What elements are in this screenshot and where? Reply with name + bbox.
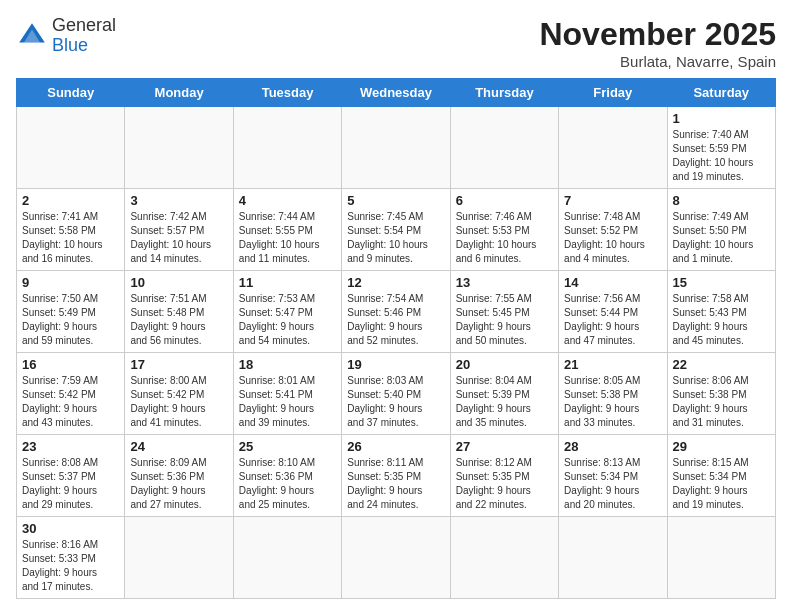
day-info: Sunrise: 7:40 AM Sunset: 5:59 PM Dayligh… <box>673 128 770 184</box>
day-info: Sunrise: 8:15 AM Sunset: 5:34 PM Dayligh… <box>673 456 770 512</box>
calendar-cell: 27Sunrise: 8:12 AM Sunset: 5:35 PM Dayli… <box>450 435 558 517</box>
calendar-cell: 20Sunrise: 8:04 AM Sunset: 5:39 PM Dayli… <box>450 353 558 435</box>
day-number: 17 <box>130 357 227 372</box>
calendar-cell <box>233 517 341 599</box>
day-number: 12 <box>347 275 444 290</box>
day-number: 13 <box>456 275 553 290</box>
day-info: Sunrise: 7:54 AM Sunset: 5:46 PM Dayligh… <box>347 292 444 348</box>
day-info: Sunrise: 8:16 AM Sunset: 5:33 PM Dayligh… <box>22 538 119 594</box>
calendar-cell <box>233 107 341 189</box>
calendar-cell: 14Sunrise: 7:56 AM Sunset: 5:44 PM Dayli… <box>559 271 667 353</box>
day-info: Sunrise: 7:45 AM Sunset: 5:54 PM Dayligh… <box>347 210 444 266</box>
day-info: Sunrise: 7:56 AM Sunset: 5:44 PM Dayligh… <box>564 292 661 348</box>
calendar-cell <box>125 517 233 599</box>
calendar-cell: 29Sunrise: 8:15 AM Sunset: 5:34 PM Dayli… <box>667 435 775 517</box>
day-info: Sunrise: 8:05 AM Sunset: 5:38 PM Dayligh… <box>564 374 661 430</box>
day-info: Sunrise: 8:12 AM Sunset: 5:35 PM Dayligh… <box>456 456 553 512</box>
day-info: Sunrise: 8:01 AM Sunset: 5:41 PM Dayligh… <box>239 374 336 430</box>
day-info: Sunrise: 7:42 AM Sunset: 5:57 PM Dayligh… <box>130 210 227 266</box>
weekday-header-monday: Monday <box>125 79 233 107</box>
calendar-cell <box>559 107 667 189</box>
calendar-cell <box>342 107 450 189</box>
day-number: 20 <box>456 357 553 372</box>
day-number: 26 <box>347 439 444 454</box>
calendar-cell <box>17 107 125 189</box>
calendar-header: SundayMondayTuesdayWednesdayThursdayFrid… <box>17 79 776 107</box>
day-info: Sunrise: 8:04 AM Sunset: 5:39 PM Dayligh… <box>456 374 553 430</box>
day-number: 3 <box>130 193 227 208</box>
day-info: Sunrise: 8:00 AM Sunset: 5:42 PM Dayligh… <box>130 374 227 430</box>
weekday-header-tuesday: Tuesday <box>233 79 341 107</box>
day-number: 27 <box>456 439 553 454</box>
day-info: Sunrise: 7:41 AM Sunset: 5:58 PM Dayligh… <box>22 210 119 266</box>
calendar-cell: 24Sunrise: 8:09 AM Sunset: 5:36 PM Dayli… <box>125 435 233 517</box>
weekday-header-sunday: Sunday <box>17 79 125 107</box>
calendar-week-2: 9Sunrise: 7:50 AM Sunset: 5:49 PM Daylig… <box>17 271 776 353</box>
day-info: Sunrise: 7:50 AM Sunset: 5:49 PM Dayligh… <box>22 292 119 348</box>
calendar-cell: 22Sunrise: 8:06 AM Sunset: 5:38 PM Dayli… <box>667 353 775 435</box>
day-info: Sunrise: 7:51 AM Sunset: 5:48 PM Dayligh… <box>130 292 227 348</box>
day-number: 25 <box>239 439 336 454</box>
calendar-cell: 2Sunrise: 7:41 AM Sunset: 5:58 PM Daylig… <box>17 189 125 271</box>
day-number: 9 <box>22 275 119 290</box>
calendar-week-3: 16Sunrise: 7:59 AM Sunset: 5:42 PM Dayli… <box>17 353 776 435</box>
calendar-cell: 30Sunrise: 8:16 AM Sunset: 5:33 PM Dayli… <box>17 517 125 599</box>
day-info: Sunrise: 7:44 AM Sunset: 5:55 PM Dayligh… <box>239 210 336 266</box>
calendar-cell: 8Sunrise: 7:49 AM Sunset: 5:50 PM Daylig… <box>667 189 775 271</box>
calendar-cell <box>125 107 233 189</box>
day-info: Sunrise: 8:03 AM Sunset: 5:40 PM Dayligh… <box>347 374 444 430</box>
day-info: Sunrise: 7:58 AM Sunset: 5:43 PM Dayligh… <box>673 292 770 348</box>
day-info: Sunrise: 7:48 AM Sunset: 5:52 PM Dayligh… <box>564 210 661 266</box>
day-number: 5 <box>347 193 444 208</box>
calendar-body: 1Sunrise: 7:40 AM Sunset: 5:59 PM Daylig… <box>17 107 776 599</box>
day-info: Sunrise: 7:53 AM Sunset: 5:47 PM Dayligh… <box>239 292 336 348</box>
calendar-week-0: 1Sunrise: 7:40 AM Sunset: 5:59 PM Daylig… <box>17 107 776 189</box>
day-number: 24 <box>130 439 227 454</box>
day-number: 19 <box>347 357 444 372</box>
calendar-cell: 11Sunrise: 7:53 AM Sunset: 5:47 PM Dayli… <box>233 271 341 353</box>
day-info: Sunrise: 7:55 AM Sunset: 5:45 PM Dayligh… <box>456 292 553 348</box>
weekday-header-friday: Friday <box>559 79 667 107</box>
calendar: SundayMondayTuesdayWednesdayThursdayFrid… <box>16 78 776 599</box>
calendar-cell: 28Sunrise: 8:13 AM Sunset: 5:34 PM Dayli… <box>559 435 667 517</box>
day-number: 10 <box>130 275 227 290</box>
calendar-week-1: 2Sunrise: 7:41 AM Sunset: 5:58 PM Daylig… <box>17 189 776 271</box>
day-info: Sunrise: 8:11 AM Sunset: 5:35 PM Dayligh… <box>347 456 444 512</box>
day-info: Sunrise: 8:10 AM Sunset: 5:36 PM Dayligh… <box>239 456 336 512</box>
calendar-cell: 5Sunrise: 7:45 AM Sunset: 5:54 PM Daylig… <box>342 189 450 271</box>
page-header: General Blue November 2025 Burlata, Nava… <box>16 16 776 70</box>
title-block: November 2025 Burlata, Navarre, Spain <box>539 16 776 70</box>
location: Burlata, Navarre, Spain <box>539 53 776 70</box>
calendar-cell: 4Sunrise: 7:44 AM Sunset: 5:55 PM Daylig… <box>233 189 341 271</box>
calendar-cell: 16Sunrise: 7:59 AM Sunset: 5:42 PM Dayli… <box>17 353 125 435</box>
day-number: 29 <box>673 439 770 454</box>
calendar-cell: 9Sunrise: 7:50 AM Sunset: 5:49 PM Daylig… <box>17 271 125 353</box>
month-title: November 2025 <box>539 16 776 53</box>
calendar-cell <box>450 107 558 189</box>
day-info: Sunrise: 8:13 AM Sunset: 5:34 PM Dayligh… <box>564 456 661 512</box>
calendar-cell <box>559 517 667 599</box>
day-info: Sunrise: 8:06 AM Sunset: 5:38 PM Dayligh… <box>673 374 770 430</box>
weekday-header-saturday: Saturday <box>667 79 775 107</box>
calendar-cell: 21Sunrise: 8:05 AM Sunset: 5:38 PM Dayli… <box>559 353 667 435</box>
calendar-cell: 23Sunrise: 8:08 AM Sunset: 5:37 PM Dayli… <box>17 435 125 517</box>
logo: General Blue <box>16 16 116 56</box>
day-number: 30 <box>22 521 119 536</box>
day-number: 18 <box>239 357 336 372</box>
day-info: Sunrise: 8:09 AM Sunset: 5:36 PM Dayligh… <box>130 456 227 512</box>
day-number: 14 <box>564 275 661 290</box>
calendar-cell: 3Sunrise: 7:42 AM Sunset: 5:57 PM Daylig… <box>125 189 233 271</box>
calendar-cell <box>667 517 775 599</box>
logo-icon <box>16 20 48 52</box>
day-number: 2 <box>22 193 119 208</box>
calendar-cell: 13Sunrise: 7:55 AM Sunset: 5:45 PM Dayli… <box>450 271 558 353</box>
calendar-cell <box>450 517 558 599</box>
logo-blue: Blue <box>52 35 88 55</box>
weekday-row: SundayMondayTuesdayWednesdayThursdayFrid… <box>17 79 776 107</box>
day-number: 16 <box>22 357 119 372</box>
calendar-cell: 25Sunrise: 8:10 AM Sunset: 5:36 PM Dayli… <box>233 435 341 517</box>
calendar-week-4: 23Sunrise: 8:08 AM Sunset: 5:37 PM Dayli… <box>17 435 776 517</box>
calendar-cell <box>342 517 450 599</box>
day-number: 1 <box>673 111 770 126</box>
day-number: 7 <box>564 193 661 208</box>
